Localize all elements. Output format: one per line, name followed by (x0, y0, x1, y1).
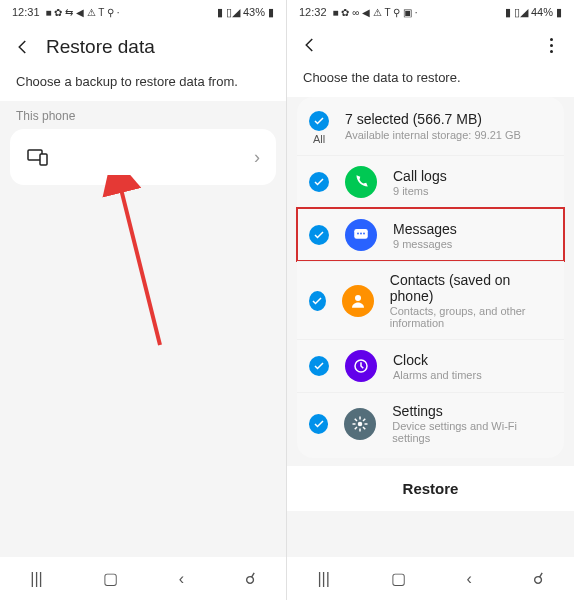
summary-main: 7 selected (566.7 MB) (345, 111, 521, 127)
item-text: Clock Alarms and timers (393, 352, 482, 381)
list-item[interactable]: Messages 9 messages (297, 208, 564, 261)
svg-point-9 (358, 421, 363, 426)
more-menu-icon[interactable] (542, 36, 560, 54)
annotation-arrow (100, 175, 180, 355)
item-subtitle: Device settings and Wi-Fi settings (392, 420, 552, 444)
header: Restore data (0, 24, 286, 70)
summary-sub: Available internal storage: 99.21 GB (345, 129, 521, 141)
svg-point-6 (363, 233, 365, 235)
nav-recents[interactable]: ||| (30, 570, 42, 588)
item-text: Contacts (saved on phone) Contacts, grou… (390, 272, 552, 329)
item-subtitle: 9 items (393, 185, 447, 197)
subtitle: Choose the data to restore. (287, 66, 574, 97)
status-time: 12:31 (12, 6, 40, 18)
device-card: › (10, 129, 276, 185)
page-title: Restore data (46, 36, 272, 58)
list-item[interactable]: Contacts (saved on phone) Contacts, grou… (297, 261, 564, 339)
nav-home[interactable]: ▢ (103, 569, 118, 588)
phone-icon (345, 166, 377, 198)
battery: 43% (243, 6, 265, 18)
status-signal: ▮ ▯◢ (505, 6, 528, 19)
content: All 7 selected (566.7 MB) Available inte… (287, 97, 574, 557)
nav-accessibility[interactable]: ☌ (245, 569, 256, 588)
item-subtitle: Contacts, groups, and other information (390, 305, 552, 329)
checkbox-icon[interactable] (309, 291, 326, 311)
statusbar: 12:32 ■ ✿ ∞ ◀ ⚠ T ⚲ ▣ · ▮ ▯◢ 44% ▮ (287, 0, 574, 24)
summary-text: 7 selected (566.7 MB) Available internal… (345, 111, 521, 141)
item-text: Call logs 9 items (393, 168, 447, 197)
status-right: ▮ ▯◢ 44% ▮ (505, 6, 562, 19)
device-row[interactable]: › (10, 129, 276, 185)
all-label: All (313, 133, 325, 145)
back-icon[interactable] (14, 38, 32, 56)
clock-icon (345, 350, 377, 382)
back-icon[interactable] (301, 36, 319, 54)
item-title: Settings (392, 403, 552, 419)
status-right: ▮ ▯◢ 43% ▮ (217, 6, 274, 19)
svg-rect-1 (40, 154, 47, 165)
navbar: ||| ▢ ‹ ☌ (0, 557, 286, 600)
statusbar: 12:31 ■ ✿ ⇆ ◀ ⚠ T ⚲ · ▮ ▯◢ 43% ▮ (0, 0, 286, 24)
list-item[interactable]: Clock Alarms and timers (297, 339, 564, 392)
battery-icon: ▮ (268, 6, 274, 19)
header (287, 24, 574, 66)
section-label: This phone (0, 101, 286, 129)
nav-accessibility[interactable]: ☌ (533, 569, 544, 588)
status-time: 12:32 (299, 6, 327, 18)
data-list-card: All 7 selected (566.7 MB) Available inte… (297, 97, 564, 458)
restore-button[interactable]: Restore (287, 466, 574, 511)
person-icon (342, 285, 374, 317)
list-item[interactable]: Settings Device settings and Wi-Fi setti… (297, 392, 564, 454)
nav-home[interactable]: ▢ (391, 569, 406, 588)
left-screen: 12:31 ■ ✿ ⇆ ◀ ⚠ T ⚲ · ▮ ▯◢ 43% ▮ Restore… (0, 0, 287, 600)
subtitle: Choose a backup to restore data from. (0, 70, 286, 101)
item-title: Contacts (saved on phone) (390, 272, 552, 304)
svg-point-7 (355, 295, 361, 301)
item-title: Messages (393, 221, 457, 237)
right-screen: 12:32 ■ ✿ ∞ ◀ ⚠ T ⚲ ▣ · ▮ ▯◢ 44% ▮ Choos… (287, 0, 574, 600)
item-subtitle: Alarms and timers (393, 369, 482, 381)
chat-icon (345, 219, 377, 251)
nav-back[interactable]: ‹ (179, 570, 184, 588)
checkbox-all-icon (309, 111, 329, 131)
nav-recents[interactable]: ||| (317, 570, 329, 588)
status-icons: ■ ✿ ∞ ◀ ⚠ T ⚲ ▣ · (333, 7, 418, 18)
battery-icon: ▮ (556, 6, 562, 19)
battery: 44% (531, 6, 553, 18)
item-title: Clock (393, 352, 482, 368)
status-signal: ▮ ▯◢ (217, 6, 240, 19)
select-all[interactable]: All (309, 111, 329, 145)
summary-row[interactable]: All 7 selected (566.7 MB) Available inte… (297, 101, 564, 155)
svg-line-2 (120, 185, 160, 345)
gear-icon (344, 408, 376, 440)
chevron-right-icon: › (254, 147, 260, 168)
status-icons: ■ ✿ ⇆ ◀ ⚠ T ⚲ · (46, 7, 120, 18)
item-subtitle: 9 messages (393, 238, 457, 250)
item-text: Settings Device settings and Wi-Fi setti… (392, 403, 552, 444)
item-text: Messages 9 messages (393, 221, 457, 250)
nav-back[interactable]: ‹ (466, 570, 471, 588)
list-item[interactable]: Call logs 9 items (297, 155, 564, 208)
item-title: Call logs (393, 168, 447, 184)
devices-icon (26, 145, 50, 169)
checkbox-icon[interactable] (309, 225, 329, 245)
checkbox-icon[interactable] (309, 172, 329, 192)
checkbox-icon[interactable] (309, 414, 328, 434)
svg-point-5 (360, 233, 362, 235)
svg-point-4 (357, 233, 359, 235)
navbar: ||| ▢ ‹ ☌ (287, 557, 574, 600)
checkbox-icon[interactable] (309, 356, 329, 376)
